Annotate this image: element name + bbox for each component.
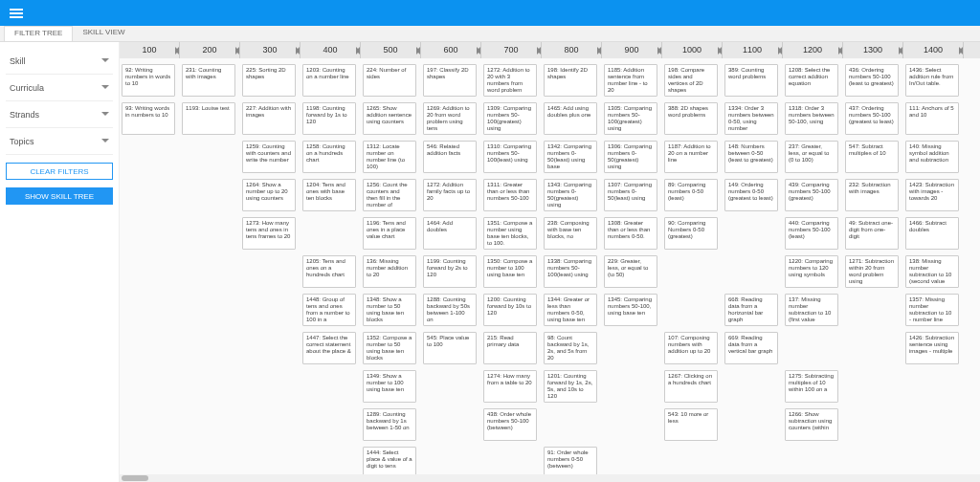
- skill-node[interactable]: 1352: Compose a number to 50 using base …: [363, 332, 416, 364]
- skill-node[interactable]: 439: Comparing numbers 50-100 (greatest): [785, 179, 838, 211]
- ruler-tick[interactable]: 900: [602, 42, 662, 58]
- skill-node[interactable]: 1464: Add doubles: [423, 217, 477, 250]
- ruler-tick[interactable]: 1400: [903, 42, 964, 58]
- skill-node[interactable]: 111: Anchors of 5 and 10: [905, 102, 959, 135]
- skill-node[interactable]: 232: Subtraction with images: [845, 179, 899, 211]
- skill-node[interactable]: 1338: Comparing numbers 50-100(least) us…: [544, 255, 597, 288]
- skill-node[interactable]: 440: Comparing numbers 50-100 (least): [785, 217, 838, 250]
- filter-skill[interactable]: Skill: [6, 48, 113, 75]
- skill-node[interactable]: 224: Number of sides: [363, 64, 416, 97]
- skill-node[interactable]: 1274: How many from a table to 20: [483, 370, 537, 403]
- skill-node[interactable]: 138: Missing number subtraction to 10 (s…: [905, 255, 959, 288]
- menu-icon[interactable]: [10, 7, 23, 20]
- skill-node[interactable]: 1196: Tens and ones in a place value cha…: [363, 217, 416, 250]
- skill-node[interactable]: 1344: Greater or less than numbers 0-50,…: [544, 294, 597, 326]
- skill-node[interactable]: 1305: Comparing numbers 50-100(greatest)…: [604, 102, 657, 135]
- skill-node[interactable]: 197: Classify 2D shapes: [423, 64, 477, 97]
- skill-node[interactable]: 140: Missing symbol addition and subtrac…: [905, 141, 959, 173]
- ruler-tick[interactable]: 500: [361, 42, 421, 58]
- ruler-tick[interactable]: 800: [542, 42, 602, 58]
- scrollbar-thumb[interactable]: [122, 475, 148, 481]
- skill-node[interactable]: 49: Subtract one-digit from one-digit: [845, 217, 899, 250]
- skill-node[interactable]: 1308: Greater than or less than numbers …: [604, 217, 657, 250]
- skill-node[interactable]: 93: Writing words in numbers to 10: [122, 102, 175, 135]
- skill-node[interactable]: 238: Composing with base ten blocks, no: [544, 217, 597, 250]
- skill-node[interactable]: 1312: Locate number on number line (to 1…: [363, 141, 416, 173]
- skill-node[interactable]: 107: Composing numbers with addition up …: [664, 332, 718, 364]
- show-skill-tree-button[interactable]: SHOW SKILL TREE: [6, 187, 113, 205]
- skill-node[interactable]: 437: Ordering numbers 50-100 (greatest t…: [845, 102, 899, 135]
- ruler-tick[interactable]: 1100: [723, 42, 783, 58]
- skill-node[interactable]: 1259: Counting with counters and write t…: [242, 141, 296, 173]
- skill-node[interactable]: 1187: Addition to 20 on a number line: [664, 141, 718, 173]
- ruler-tick[interactable]: 1300: [843, 42, 903, 58]
- ruler-tick[interactable]: 100: [120, 42, 180, 58]
- skill-node[interactable]: 237: Greater, less, or equal to (0 to 10…: [785, 141, 838, 173]
- skill-node[interactable]: 438: Order whole numbers 50-100 (between…: [483, 408, 537, 441]
- skill-node[interactable]: 1345: Comparing numbers 50-100, using ba…: [604, 294, 657, 326]
- skill-node[interactable]: 1193: Louise test: [182, 102, 235, 135]
- ruler-tick[interactable]: 300: [240, 42, 301, 58]
- skill-node[interactable]: 1350: Compose a number to 100 using base…: [483, 255, 537, 288]
- skill-node[interactable]: 1204: Tens and ones with base ten blocks: [302, 179, 356, 211]
- skill-node[interactable]: 1334: Order 3 numbers between 0-50, usin…: [724, 102, 778, 135]
- skill-node[interactable]: 1208: Select the correct addition equati…: [785, 64, 838, 97]
- skill-node[interactable]: 547: Subtract multiples of 10: [845, 141, 899, 173]
- skill-node[interactable]: 198: Compare sides and vertices of 2D sh…: [664, 64, 718, 97]
- skill-node[interactable]: 1342: Comparing numbers 0-50(least) usin…: [544, 141, 597, 173]
- skill-node[interactable]: 198: Identify 2D shapes: [544, 64, 597, 97]
- skill-node[interactable]: 1309: Comparing numbers 50-100(greatest)…: [483, 102, 537, 135]
- skill-node[interactable]: 1201: Counting forward by 1s, 2s, 5s, an…: [544, 370, 597, 403]
- ruler-tick[interactable]: 700: [481, 42, 542, 58]
- skill-node[interactable]: 1256: Count the counters and then fill i…: [363, 179, 416, 211]
- tab-skill-view[interactable]: SKILL VIEW: [73, 26, 134, 41]
- skill-node[interactable]: 1203: Counting on a number line: [302, 64, 356, 97]
- skill-node[interactable]: 1199: Counting forward by 2s to 120: [423, 255, 477, 288]
- skill-node[interactable]: 1307: Comparing numbers 0-50(least) usin…: [604, 179, 657, 211]
- skill-node[interactable]: 92: Writing numbers in words to 10: [122, 64, 175, 97]
- skill-node[interactable]: 227: Addition with images: [242, 102, 296, 135]
- skill-node[interactable]: 1258: Counting on a hundreds chart: [302, 141, 356, 173]
- skill-node[interactable]: 1275: Subtracting multiples of 10 within…: [785, 370, 838, 403]
- skill-node[interactable]: 1348: Show a number to 50 using base ten…: [363, 294, 416, 326]
- skill-node[interactable]: 1273: How many tens and ones in tens fra…: [242, 217, 296, 250]
- skill-node[interactable]: 89: Comparing numbers 0-50 (least): [664, 179, 718, 211]
- skill-node[interactable]: 1311: Greater than or less than numbers …: [483, 179, 537, 211]
- skill-node[interactable]: 1343: Comparing numbers 0-50(greatest) u…: [544, 179, 597, 211]
- skill-node[interactable]: 1289: Counting backward by 1s between 1-…: [363, 408, 416, 441]
- skill-node[interactable]: 229: Greater, less, or equal to (to 50): [604, 255, 657, 288]
- skill-node[interactable]: 1200: Counting forward by 10s to 120: [483, 294, 537, 326]
- skill-node[interactable]: 1310: Comparing numbers 50-100(least) us…: [483, 141, 537, 173]
- skill-node[interactable]: 1267: Clicking on a hundreds chart: [664, 370, 718, 403]
- skill-node[interactable]: 215: Read primary data: [483, 332, 537, 364]
- ruler-tick[interactable]: 400: [301, 42, 361, 58]
- filter-curricula[interactable]: Curricula: [6, 75, 113, 101]
- skill-node[interactable]: 1349: Show a number to 100 using base te…: [363, 370, 416, 403]
- skill-node[interactable]: 1272: Addition to 20 with 3 numbers from…: [483, 64, 537, 97]
- skill-node[interactable]: 225: Sorting 2D shapes: [242, 64, 296, 97]
- skill-node[interactable]: 1448: Group of tens and ones from a numb…: [302, 294, 356, 326]
- skill-node[interactable]: 136: Missing number addition to 20: [363, 255, 416, 288]
- skill-node[interactable]: 1357: Missing number subtraction to 10 -…: [905, 294, 959, 326]
- skill-node[interactable]: 1266: Show subtraction using counters (w…: [785, 408, 838, 441]
- skill-node[interactable]: 1205: Tens and ones on a hundreds chart: [302, 255, 356, 288]
- horizontal-scrollbar[interactable]: [120, 474, 980, 482]
- ruler-tick[interactable]: 200: [180, 42, 240, 58]
- skill-node[interactable]: 1351: Compose a number using base ten bl…: [483, 217, 537, 250]
- skill-node[interactable]: 1269: Addition to 20 from word problem u…: [423, 102, 477, 135]
- skill-node[interactable]: 1426: Subtraction sentence using images …: [905, 332, 959, 364]
- skill-node[interactable]: 1271: Subtraction within 20 from word pr…: [845, 255, 899, 288]
- skill-node[interactable]: 148: Numbers between 0-50 (least to grea…: [724, 141, 778, 173]
- skill-node[interactable]: 90: Comparing Numbers 0-50 (greatest): [664, 217, 718, 250]
- ruler-tick[interactable]: 1000: [662, 42, 723, 58]
- skill-node[interactable]: 669: Reading data from a vertical bar gr…: [724, 332, 778, 364]
- skill-node[interactable]: 1318: Order 3 numbers between 50-100, us…: [785, 102, 838, 135]
- skill-node[interactable]: 668: Reading data from a horizontal bar …: [724, 294, 778, 326]
- skill-node[interactable]: 388: 2D shapes word problems: [664, 102, 718, 135]
- skill-node[interactable]: 1466: Subtract doubles: [905, 217, 959, 250]
- skill-node[interactable]: 1264: Show a number up to 20 using count…: [242, 179, 296, 211]
- skill-node[interactable]: 543: 10 more or less: [664, 408, 718, 441]
- filter-topics[interactable]: Topics: [6, 128, 113, 155]
- skill-node[interactable]: 1423: Subtraction with images - towards …: [905, 179, 959, 211]
- tab-filter-tree[interactable]: FILTER TREE: [4, 26, 73, 41]
